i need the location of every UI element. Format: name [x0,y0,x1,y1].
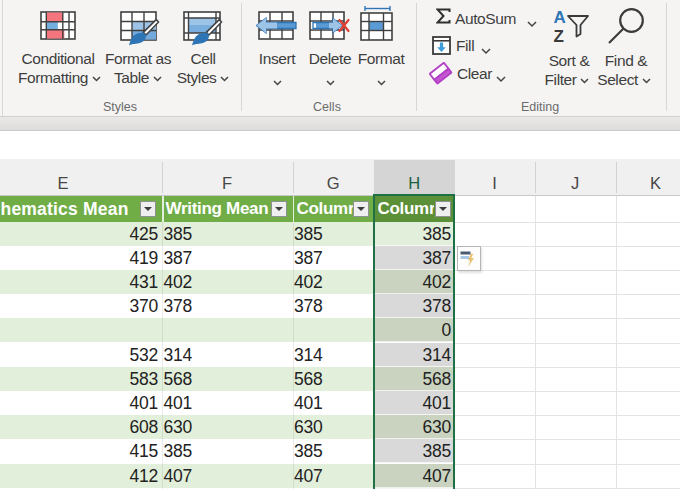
svg-text:Z: Z [554,27,564,43]
svg-text:A: A [554,9,566,27]
